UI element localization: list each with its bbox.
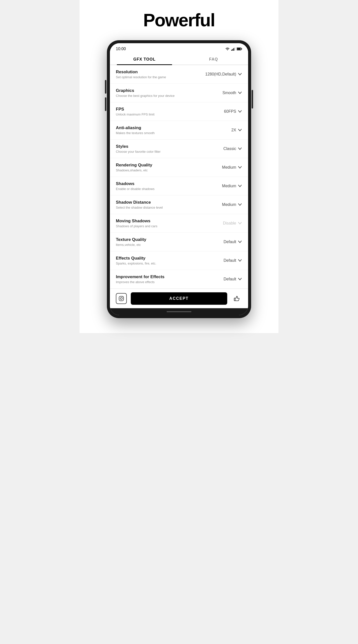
setting-desc-fps: Unlock maximum FPS limit: [116, 112, 212, 116]
dropdown-arrow-graphics[interactable]: [238, 91, 242, 95]
setting-title-rendering-quality: Rendering Quality: [116, 163, 212, 168]
phone-frame: 10:00: [107, 40, 251, 318]
setting-value-rendering-quality: Medium: [222, 165, 236, 170]
dropdown-arrow-effects-quality[interactable]: [238, 258, 242, 263]
setting-value-graphics: Smooth: [222, 91, 236, 95]
bottom-bar: ACCEPT: [110, 288, 248, 308]
setting-left-anti-aliasing: Anti-aliasingMakes the textures smooth: [116, 126, 212, 135]
setting-left-improvement-effects: Improvement for EffectsImproves the abov…: [116, 274, 212, 284]
setting-row-styles[interactable]: StylesChoose your favorite color filterC…: [110, 140, 248, 158]
setting-row-texture-quality[interactable]: Texture QualityItems,vehicle, etcDefault: [110, 233, 248, 251]
dropdown-arrow-moving-shadows[interactable]: [238, 221, 242, 226]
home-bar: [167, 311, 191, 312]
dropdown-arrow-improvement-effects[interactable]: [238, 277, 242, 282]
setting-title-shadows: Shadows: [116, 181, 212, 186]
dropdown-arrow-resolution[interactable]: [238, 72, 242, 76]
power-button: [252, 90, 253, 108]
setting-left-graphics: GraphicsChoose the best graphics for you…: [116, 88, 212, 98]
setting-right-shadows: Medium: [212, 184, 242, 188]
setting-title-styles: Styles: [116, 144, 212, 149]
dropdown-arrow-texture-quality[interactable]: [238, 240, 242, 244]
setting-value-texture-quality: Default: [223, 240, 236, 244]
setting-value-improvement-effects: Default: [223, 277, 236, 282]
setting-desc-moving-shadows: Shadows of players and cars: [116, 224, 212, 228]
setting-value-styles: Classic: [223, 146, 236, 151]
setting-value-fps: 60FPS: [224, 109, 236, 114]
svg-point-8: [120, 298, 122, 300]
setting-title-shadow-distance: Shadow Distance: [116, 200, 212, 205]
svg-rect-10: [234, 298, 235, 301]
setting-right-anti-aliasing: 2X: [212, 128, 242, 132]
setting-desc-texture-quality: Items,vehicle, etc: [116, 243, 212, 246]
setting-right-effects-quality: Default: [212, 258, 242, 263]
setting-right-improvement-effects: Default: [212, 277, 242, 282]
setting-left-effects-quality: Effects QualitySparks, explosions, fire,…: [116, 256, 212, 265]
setting-value-shadows: Medium: [222, 184, 236, 188]
setting-value-shadow-distance: Medium: [222, 202, 236, 207]
home-indicator: [110, 308, 248, 315]
vol-up-button: [105, 80, 106, 94]
setting-right-moving-shadows: Disable: [212, 221, 242, 226]
setting-desc-rendering-quality: Shadows,shaders, etc: [116, 168, 212, 172]
setting-row-graphics[interactable]: GraphicsChoose the best graphics for you…: [110, 84, 248, 102]
setting-desc-graphics: Choose the best graphics for your device: [116, 94, 212, 98]
dropdown-arrow-fps[interactable]: [238, 109, 242, 114]
setting-row-moving-shadows[interactable]: Moving ShadowsShadows of players and car…: [110, 214, 248, 233]
setting-value-resolution: 1280(HD,Default): [205, 72, 236, 76]
instagram-button[interactable]: [116, 293, 127, 304]
svg-rect-5: [237, 48, 241, 50]
instagram-icon: [119, 296, 124, 301]
setting-row-effects-quality[interactable]: Effects QualitySparks, explosions, fire,…: [110, 251, 248, 270]
svg-rect-7: [119, 296, 124, 301]
setting-desc-shadow-distance: Select the shadow distance level: [116, 206, 212, 209]
setting-row-shadows[interactable]: ShadowsEnable or disable shadowsMedium: [110, 177, 248, 196]
setting-row-rendering-quality[interactable]: Rendering QualityShadows,shaders, etcMed…: [110, 158, 248, 177]
setting-left-shadows: ShadowsEnable or disable shadows: [116, 181, 212, 191]
setting-left-moving-shadows: Moving ShadowsShadows of players and car…: [116, 218, 212, 228]
setting-row-resolution[interactable]: ResolutionSet optimal resolution for the…: [110, 65, 248, 84]
tab-gfx-tool[interactable]: GFX TOOL: [110, 53, 179, 64]
signal-icon: [231, 47, 235, 51]
setting-left-styles: StylesChoose your favorite color filter: [116, 144, 212, 154]
status-bar: 10:00: [110, 43, 248, 53]
setting-desc-improvement-effects: Improves the above effects: [116, 280, 212, 284]
dropdown-arrow-rendering-quality[interactable]: [238, 165, 242, 170]
svg-rect-1: [232, 49, 233, 51]
setting-desc-anti-aliasing: Makes the textures smooth: [116, 131, 212, 135]
app-tabs: GFX TOOL FAQ: [110, 53, 248, 65]
thumbs-up-button[interactable]: [231, 293, 242, 304]
setting-left-shadow-distance: Shadow DistanceSelect the shadow distanc…: [116, 200, 212, 209]
dropdown-arrow-shadow-distance[interactable]: [238, 202, 242, 207]
setting-right-graphics: Smooth: [212, 91, 242, 95]
wifi-icon: [225, 47, 230, 51]
tab-faq[interactable]: FAQ: [179, 53, 248, 64]
status-icons: [225, 47, 242, 51]
settings-list: ResolutionSet optimal resolution for the…: [110, 65, 248, 288]
setting-row-improvement-effects[interactable]: Improvement for EffectsImproves the abov…: [110, 270, 248, 288]
setting-desc-resolution: Set optimal resolution for the game: [116, 75, 205, 79]
setting-title-anti-aliasing: Anti-aliasing: [116, 126, 212, 130]
setting-right-texture-quality: Default: [212, 240, 242, 244]
dropdown-arrow-styles[interactable]: [238, 146, 242, 151]
setting-row-fps[interactable]: FPSUnlock maximum FPS limit60FPS: [110, 102, 248, 121]
setting-value-effects-quality: Default: [223, 258, 236, 263]
page-title: Powerful: [143, 10, 215, 30]
setting-row-anti-aliasing[interactable]: Anti-aliasingMakes the textures smooth2X: [110, 121, 248, 140]
setting-right-shadow-distance: Medium: [212, 202, 242, 207]
setting-desc-shadows: Enable or disable shadows: [116, 187, 212, 191]
setting-title-moving-shadows: Moving Shadows: [116, 218, 212, 224]
setting-title-texture-quality: Texture Quality: [116, 237, 212, 242]
page-wrapper: Powerful 10:00: [80, 0, 278, 333]
setting-right-styles: Classic: [212, 146, 242, 151]
setting-row-shadow-distance[interactable]: Shadow DistanceSelect the shadow distanc…: [110, 196, 248, 214]
dropdown-arrow-anti-aliasing[interactable]: [238, 128, 242, 132]
phone-screen: 10:00: [110, 43, 248, 315]
setting-title-improvement-effects: Improvement for Effects: [116, 274, 212, 280]
vol-down-button: [105, 97, 106, 111]
svg-rect-0: [231, 50, 232, 51]
dropdown-arrow-shadows[interactable]: [238, 184, 242, 188]
setting-right-fps: 60FPS: [212, 109, 242, 114]
setting-left-rendering-quality: Rendering QualityShadows,shaders, etc: [116, 163, 212, 172]
accept-button[interactable]: ACCEPT: [131, 292, 227, 305]
setting-left-texture-quality: Texture QualityItems,vehicle, etc: [116, 237, 212, 246]
